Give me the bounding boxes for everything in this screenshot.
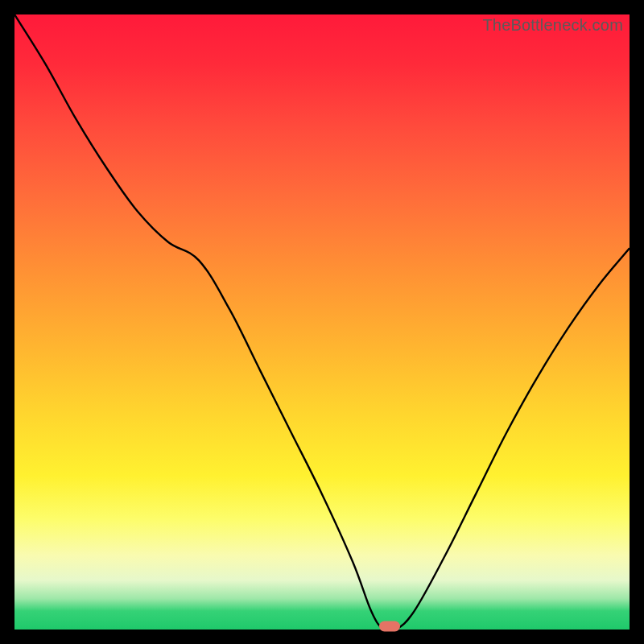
optimal-marker (379, 621, 400, 632)
plot-area: TheBottleneck.com (14, 14, 630, 630)
chart-frame: TheBottleneck.com (0, 0, 644, 644)
curve-path (14, 14, 630, 630)
bottleneck-curve (14, 14, 630, 630)
